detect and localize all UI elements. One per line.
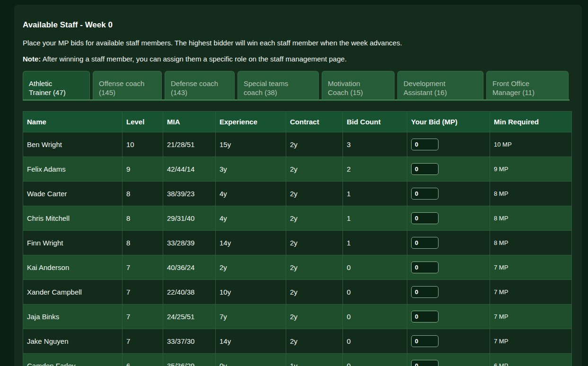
cell-min-required: 10 MP bbox=[490, 132, 572, 157]
cell-mia: 33/28/39 bbox=[163, 231, 216, 255]
cell-contract: 2y bbox=[286, 132, 343, 157]
table-row: Jaja Binks724/25/517y2y07 MP bbox=[23, 305, 572, 329]
cell-level: 7 bbox=[123, 280, 163, 305]
cell-name: Jaja Binks bbox=[23, 305, 123, 329]
cell-mia: 38/39/23 bbox=[163, 182, 216, 206]
cell-bid-count: 0 bbox=[343, 354, 407, 366]
cell-name: Jake Nguyen bbox=[23, 329, 123, 354]
cell-contract: 2y bbox=[286, 157, 343, 182]
cell-bid-count: 1 bbox=[343, 206, 407, 231]
cell-contract: 2y bbox=[286, 329, 343, 354]
tab-label-line1: Front Office bbox=[492, 79, 562, 88]
cell-experience: 3y bbox=[216, 157, 286, 182]
bid-input[interactable] bbox=[411, 163, 439, 175]
cell-level: 7 bbox=[123, 255, 163, 280]
page-note: Note: After winning a staff member, you … bbox=[23, 55, 573, 63]
cell-name: Finn Wright bbox=[23, 231, 123, 255]
cell-min-required: 7 MP bbox=[490, 255, 572, 280]
column-header-your-bid-mp: Your Bid (MP) bbox=[407, 112, 490, 132]
cell-min-required: 8 MP bbox=[490, 182, 572, 206]
cell-bid-count: 0 bbox=[343, 255, 407, 280]
cell-experience: 2y bbox=[216, 255, 286, 280]
tab-motivation-coach-15[interactable]: MotivationCoach (15) bbox=[322, 71, 395, 99]
column-header-min-required: Min Required bbox=[490, 112, 572, 132]
bid-input[interactable] bbox=[411, 360, 439, 366]
cell-min-required: 6 MP bbox=[490, 354, 572, 366]
tab-label-line1: Offense coach bbox=[99, 79, 156, 88]
cell-your-bid bbox=[407, 305, 490, 329]
table-row: Jake Nguyen733/37/3014y2y07 MP bbox=[23, 329, 572, 354]
cell-contract: 2y bbox=[286, 255, 343, 280]
table-row: Chris Mitchell829/31/404y2y18 MP bbox=[23, 206, 572, 231]
cell-your-bid bbox=[407, 354, 490, 366]
cell-mia: 29/31/40 bbox=[163, 206, 216, 231]
cell-contract: 1y bbox=[286, 354, 343, 366]
cell-min-required: 9 MP bbox=[490, 157, 572, 182]
bid-input[interactable] bbox=[411, 261, 439, 273]
tab-offense-coach-145[interactable]: Offense coach(145) bbox=[93, 71, 162, 99]
tab-label-line1: Motivation bbox=[328, 79, 388, 88]
cell-your-bid bbox=[407, 255, 490, 280]
tab-label-line2: (145) bbox=[99, 88, 156, 97]
table-row: Xander Campbell722/40/3810y2y07 MP bbox=[23, 280, 572, 305]
column-header-name: Name bbox=[23, 112, 123, 132]
cell-your-bid bbox=[407, 182, 490, 206]
column-header-level: Level bbox=[123, 112, 163, 132]
cell-experience: 7y bbox=[216, 305, 286, 329]
page-title: Available Staff - Week 0 bbox=[23, 20, 573, 30]
bid-input[interactable] bbox=[411, 139, 439, 150]
table-row: Ben Wright1021/28/5115y2y310 MP bbox=[23, 132, 572, 157]
cell-contract: 2y bbox=[286, 280, 343, 305]
bid-input[interactable] bbox=[411, 212, 439, 224]
tab-label-line2: Assistant (16) bbox=[404, 88, 477, 97]
staff-table-head: NameLevelMIAExperienceContractBid CountY… bbox=[23, 112, 572, 132]
bid-input[interactable] bbox=[411, 335, 439, 347]
table-row: Kai Anderson740/36/242y2y07 MP bbox=[23, 255, 572, 280]
staff-role-tab-strip: AthleticTrainer (47)Offense coach(145)De… bbox=[23, 71, 570, 101]
column-header-mia: MIA bbox=[163, 112, 216, 132]
bid-input[interactable] bbox=[411, 286, 439, 298]
tab-label-line2: Manager (11) bbox=[492, 88, 562, 97]
tab-label-line2: Trainer (47) bbox=[29, 88, 84, 97]
table-row: Camden Farley635/36/290y1y06 MP bbox=[23, 354, 572, 366]
cell-bid-count: 0 bbox=[343, 329, 407, 354]
cell-level: 8 bbox=[123, 231, 163, 255]
cell-min-required: 7 MP bbox=[490, 305, 572, 329]
tab-label-line1: Athletic bbox=[29, 79, 84, 88]
table-row: Felix Adams942/44/143y2y29 MP bbox=[23, 157, 572, 182]
cell-your-bid bbox=[407, 280, 490, 305]
available-staff-table: NameLevelMIAExperienceContractBid CountY… bbox=[23, 111, 572, 366]
cell-your-bid bbox=[407, 157, 490, 182]
cell-contract: 2y bbox=[286, 182, 343, 206]
cell-level: 7 bbox=[123, 329, 163, 354]
cell-level: 10 bbox=[123, 132, 163, 157]
cell-experience: 4y bbox=[216, 206, 286, 231]
tab-special-teams-coach-38[interactable]: Special teamscoach (38) bbox=[237, 71, 319, 99]
cell-contract: 2y bbox=[286, 231, 343, 255]
cell-bid-count: 3 bbox=[343, 132, 407, 157]
cell-level: 8 bbox=[123, 206, 163, 231]
tab-label-line1: Development bbox=[404, 79, 477, 88]
cell-experience: 4y bbox=[216, 182, 286, 206]
cell-contract: 2y bbox=[286, 305, 343, 329]
cell-experience: 15y bbox=[216, 132, 286, 157]
cell-experience: 10y bbox=[216, 280, 286, 305]
cell-level: 6 bbox=[123, 354, 163, 366]
bid-input[interactable] bbox=[411, 311, 439, 322]
bid-input[interactable] bbox=[411, 237, 439, 249]
bid-input[interactable] bbox=[411, 188, 439, 200]
cell-level: 8 bbox=[123, 182, 163, 206]
column-header-experience: Experience bbox=[216, 112, 286, 132]
cell-experience: 14y bbox=[216, 329, 286, 354]
tab-development-assistant-16[interactable]: DevelopmentAssistant (16) bbox=[397, 71, 483, 99]
cell-min-required: 8 MP bbox=[490, 206, 572, 231]
cell-mia: 40/36/24 bbox=[163, 255, 216, 280]
tab-front-office-manager-11[interactable]: Front OfficeManager (11) bbox=[486, 71, 569, 99]
cell-level: 7 bbox=[123, 305, 163, 329]
tab-defense-coach-143[interactable]: Defense coach(143) bbox=[165, 71, 235, 99]
cell-min-required: 7 MP bbox=[490, 280, 572, 305]
table-row: Wade Carter838/39/234y2y18 MP bbox=[23, 182, 572, 206]
tab-athletic-trainer-47[interactable]: AthleticTrainer (47) bbox=[23, 71, 90, 99]
cell-mia: 42/44/14 bbox=[163, 157, 216, 182]
cell-your-bid bbox=[407, 132, 490, 157]
